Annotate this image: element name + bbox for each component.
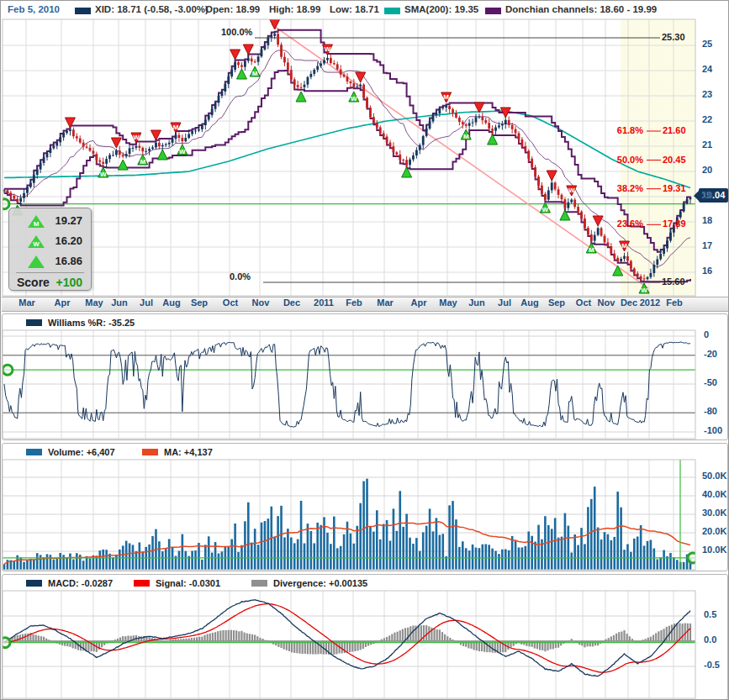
month-label-dec: Dec: [275, 297, 309, 308]
month-label-sep: Sep: [182, 297, 216, 308]
williams-panel[interactable]: [2, 313, 728, 440]
month-label-oct: Oct: [214, 297, 247, 308]
month-label-mar: Mar: [10, 297, 44, 308]
macd-panel[interactable]: [2, 574, 728, 700]
volume-panel[interactable]: [2, 443, 728, 571]
month-label-apr: Apr: [402, 297, 436, 308]
month-label-apr: Apr: [45, 297, 79, 308]
month-label-mar: Mar: [368, 297, 402, 308]
month-label-nov: Nov: [244, 297, 277, 308]
month-label-feb: Feb: [658, 297, 691, 308]
time-axis: MarAprMayJunJulAugSepOctNovDec2011FebMar…: [2, 297, 729, 312]
month-label-2011: 2011: [307, 297, 341, 308]
main-price-panel[interactable]: [2, 2, 728, 296]
month-label-feb: Feb: [337, 297, 371, 308]
stock-chart-app: MarAprMayJunJulAugSepOctNovDec2011FebMar…: [0, 0, 729, 700]
